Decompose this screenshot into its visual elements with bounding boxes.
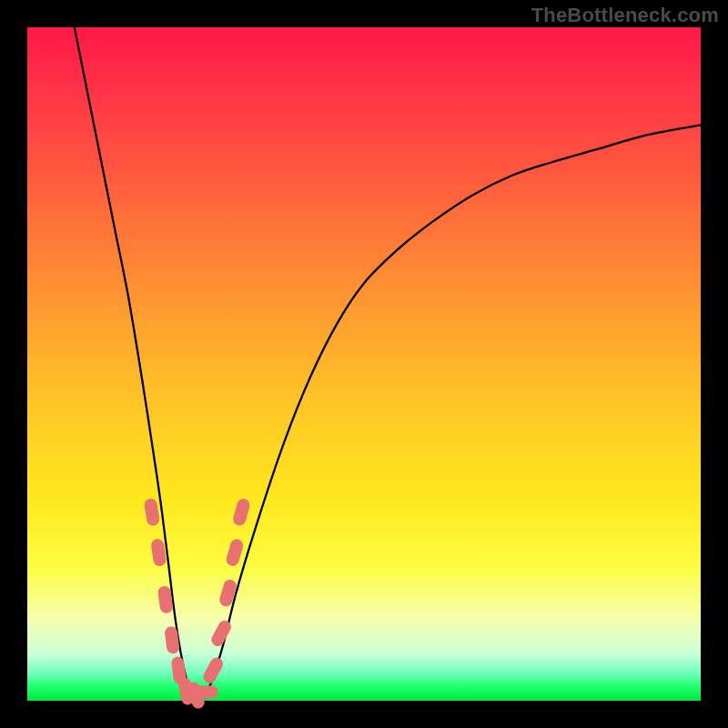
curve-marker [191,685,218,698]
curve-marker [201,655,225,685]
curve-marker [218,578,238,608]
curve-marker [150,538,167,567]
watermark-text: TheBottleneck.com [531,4,719,27]
curve-marker [225,538,245,568]
plot-area [27,27,701,701]
curve-marker [144,498,161,527]
chart-svg [27,27,701,701]
curve-marker [232,497,252,527]
outer-frame: TheBottleneck.com [0,0,728,728]
marker-group [144,497,251,710]
